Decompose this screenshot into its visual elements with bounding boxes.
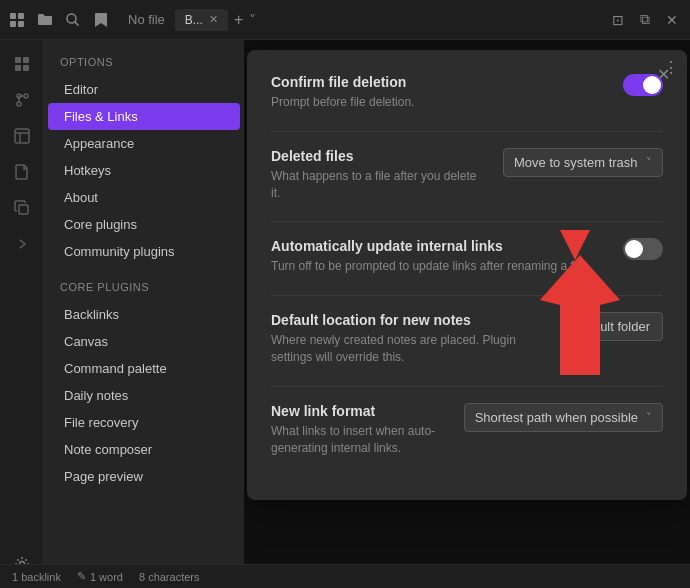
svg-point-11 (24, 94, 28, 98)
svg-rect-12 (15, 129, 29, 143)
svg-rect-1 (18, 13, 24, 19)
default-location-title: Default location for new notes (271, 312, 556, 328)
options-item-note-composer[interactable]: Note composer (48, 436, 240, 463)
options-item-page-preview[interactable]: Page preview (48, 463, 240, 490)
setting-confirm-deletion: Confirm file deletion Prompt before file… (271, 74, 663, 111)
tab-label: B... (185, 13, 203, 27)
auto-update-links-toggle[interactable] (623, 238, 663, 260)
char-count-status: 8 characters (139, 571, 200, 583)
confirm-deletion-toggle[interactable] (623, 74, 663, 96)
sidebar-icon-file[interactable] (6, 156, 38, 188)
word-count-status: ✎ 1 word (77, 570, 123, 583)
backlinks-count: 1 backlink (12, 571, 61, 583)
svg-rect-0 (10, 13, 16, 19)
word-count: 1 word (90, 571, 123, 583)
confirm-deletion-title: Confirm file deletion (271, 74, 607, 90)
titlebar-left-icons (8, 11, 110, 29)
deleted-files-title: Deleted files (271, 148, 487, 164)
new-link-format-dropdown-value: Shortest path when possible (475, 410, 638, 425)
svg-rect-6 (23, 57, 29, 63)
settings-content: ✕ ⋮ Confirm file deletion Prompt before … (244, 40, 690, 588)
layout-icon[interactable]: ⊡ (608, 10, 628, 30)
options-item-core-plugins[interactable]: Core plugins (48, 211, 240, 238)
sidebar-icon-grid[interactable] (6, 48, 38, 80)
divider-1 (271, 131, 663, 132)
options-item-appearance[interactable]: Appearance (48, 130, 240, 157)
confirm-deletion-toggle-knob (643, 76, 661, 94)
sidebar-icon-chevron[interactable] (6, 228, 38, 260)
sidebar-icons (0, 40, 44, 588)
char-count: 8 characters (139, 571, 200, 583)
new-link-format-title: New link format (271, 403, 448, 419)
deleted-files-desc: What happens to a file after you delete … (271, 168, 487, 202)
sidebar-icon-copy[interactable] (6, 192, 38, 224)
active-tab[interactable]: B... ✕ (175, 9, 228, 31)
options-item-daily-notes[interactable]: Daily notes (48, 382, 240, 409)
vault-folder-button[interactable]: Vault folder (572, 312, 663, 341)
sidebar-icon-layout[interactable] (6, 120, 38, 152)
close-window-icon[interactable]: ✕ (662, 10, 682, 30)
options-item-backlinks[interactable]: Backlinks (48, 301, 240, 328)
deleted-files-dropdown-arrow: ˅ (646, 156, 652, 169)
restore-icon[interactable]: ⧉ (636, 9, 654, 30)
main-layout: Options Editor Files & Links Appearance … (0, 40, 690, 588)
new-link-format-dropdown[interactable]: Shortest path when possible ˅ (464, 403, 663, 432)
setting-deleted-files: Deleted files What happens to a file aft… (271, 148, 663, 202)
auto-update-links-toggle-knob (625, 240, 643, 258)
svg-rect-5 (15, 57, 21, 63)
setting-auto-update-links: Automatically update internal links Turn… (271, 238, 663, 275)
titlebar-right: ⊡ ⧉ ✕ (608, 9, 682, 30)
divider-4 (271, 386, 663, 387)
svg-rect-3 (18, 21, 24, 27)
kebab-menu-icon[interactable]: ⋮ (663, 58, 679, 77)
svg-rect-2 (10, 21, 16, 27)
options-item-hotkeys[interactable]: Hotkeys (48, 157, 240, 184)
deleted-files-dropdown[interactable]: Move to system trash ˅ (503, 148, 663, 177)
options-section2-label: Core plugins (44, 281, 244, 301)
grid-icon[interactable] (8, 11, 26, 29)
setting-default-location: Default location for new notes Where new… (271, 312, 663, 366)
options-panel: Options Editor Files & Links Appearance … (44, 40, 244, 588)
svg-rect-13 (19, 205, 28, 214)
svg-point-10 (17, 102, 21, 106)
options-item-about[interactable]: About (48, 184, 240, 211)
tab-close-icon[interactable]: ✕ (209, 13, 218, 26)
statusbar: 1 backlink ✎ 1 word 8 characters (0, 564, 690, 588)
options-item-command-palette[interactable]: Command palette (48, 355, 240, 382)
svg-point-4 (67, 14, 76, 23)
modal-box: ✕ ⋮ Confirm file deletion Prompt before … (247, 50, 687, 500)
default-location-desc: Where newly created notes are placed. Pl… (271, 332, 556, 366)
tab-add-button[interactable]: + (230, 11, 247, 29)
deleted-files-dropdown-value: Move to system trash (514, 155, 638, 170)
auto-update-links-desc: Turn off to be prompted to update links … (271, 258, 607, 275)
svg-rect-7 (15, 65, 21, 71)
options-item-community-plugins[interactable]: Community plugins (48, 238, 240, 265)
new-link-format-dropdown-arrow: ˅ (646, 411, 652, 424)
tab-chevron-button[interactable]: ˅ (249, 12, 256, 28)
options-item-editor[interactable]: Editor (48, 76, 240, 103)
bookmark-icon[interactable] (92, 11, 110, 29)
pencil-icon: ✎ (77, 570, 86, 583)
options-section1-label: Options (44, 56, 244, 76)
new-link-format-desc: What links to insert when auto-generatin… (271, 423, 448, 457)
divider-2 (271, 221, 663, 222)
setting-new-link-format: New link format What links to insert whe… (271, 403, 663, 457)
svg-rect-8 (23, 65, 29, 71)
no-file-label: No file (120, 8, 173, 31)
options-item-file-recovery[interactable]: File recovery (48, 409, 240, 436)
backlinks-status: 1 backlink (12, 571, 61, 583)
folder-icon[interactable] (36, 11, 54, 29)
tab-area: No file B... ✕ + ˅ (120, 8, 602, 31)
sidebar-icon-git[interactable] (6, 84, 38, 116)
options-item-files-links[interactable]: Files & Links (48, 103, 240, 130)
auto-update-links-title: Automatically update internal links (271, 238, 607, 254)
confirm-deletion-desc: Prompt before file deletion. (271, 94, 607, 111)
modal-overlay: ✕ ⋮ Confirm file deletion Prompt before … (244, 40, 690, 588)
options-item-canvas[interactable]: Canvas (48, 328, 240, 355)
divider-3 (271, 295, 663, 296)
search-icon[interactable] (64, 11, 82, 29)
titlebar: No file B... ✕ + ˅ ⊡ ⧉ ✕ (0, 0, 690, 40)
